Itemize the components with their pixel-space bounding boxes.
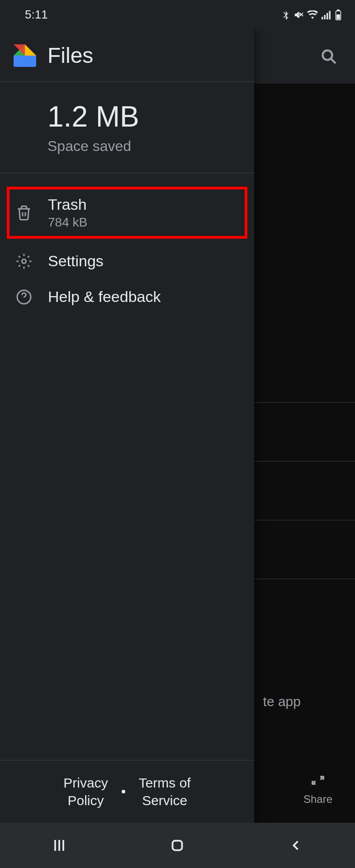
status-bar: 5:11 6	[0, 0, 355, 29]
battery-icon	[335, 9, 341, 20]
back-nav-icon[interactable]	[288, 837, 304, 854]
space-saved-section[interactable]: 1.2 MB Space saved	[0, 82, 254, 173]
gear-icon	[16, 253, 32, 269]
menu-item-trash[interactable]: Trash 784 kB	[7, 187, 247, 239]
drawer-title: Files	[47, 43, 93, 68]
svg-point-10	[323, 51, 332, 60]
search-icon[interactable]	[321, 48, 337, 65]
menu-item-help[interactable]: Help & feedback	[0, 279, 254, 315]
share-arrows-icon	[311, 773, 325, 788]
menu-item-settings[interactable]: Settings	[0, 243, 254, 279]
svg-rect-8	[337, 9, 339, 11]
menu-items: Trash 784 kB Settings Help & feedback	[0, 173, 254, 315]
status-time: 5:11	[25, 8, 48, 22]
drawer-header: Files	[0, 29, 254, 82]
drawer-footer: Privacy Policy Terms of Service	[0, 760, 254, 823]
bluetooth-icon	[282, 10, 290, 20]
home-nav-icon[interactable]	[169, 837, 185, 854]
bg-partial-text: te app	[263, 694, 301, 709]
svg-rect-17	[173, 841, 182, 850]
space-label: Space saved	[47, 138, 241, 155]
wifi-icon: 6	[307, 10, 318, 19]
svg-rect-4	[324, 15, 326, 19]
signal-icon	[322, 10, 331, 19]
share-button[interactable]: Share	[303, 773, 332, 806]
trash-icon	[16, 205, 32, 221]
menu-label: Trash	[48, 196, 87, 213]
svg-point-12	[22, 259, 26, 263]
files-logo-icon	[14, 44, 36, 67]
recents-nav-icon[interactable]	[51, 837, 67, 854]
privacy-policy-link[interactable]: Privacy Policy	[63, 774, 108, 809]
svg-rect-5	[327, 13, 328, 19]
space-value: 1.2 MB	[47, 100, 241, 133]
svg-rect-9	[336, 14, 340, 19]
svg-line-11	[331, 59, 336, 64]
menu-label: Settings	[48, 252, 104, 270]
mute-icon	[293, 10, 303, 20]
android-nav-bar	[0, 823, 355, 868]
svg-text:6: 6	[315, 11, 317, 15]
menu-label: Help & feedback	[48, 288, 161, 306]
svg-rect-3	[322, 17, 323, 19]
navigation-drawer: Files 1.2 MB Space saved Trash 784 kB Se…	[0, 29, 254, 823]
svg-rect-6	[329, 11, 331, 19]
terms-of-service-link[interactable]: Terms of Service	[139, 774, 191, 809]
footer-separator	[122, 790, 125, 793]
status-icons: 6	[282, 9, 341, 20]
menu-sublabel: 784 kB	[48, 215, 87, 230]
help-icon	[16, 289, 32, 305]
share-label: Share	[303, 793, 332, 806]
